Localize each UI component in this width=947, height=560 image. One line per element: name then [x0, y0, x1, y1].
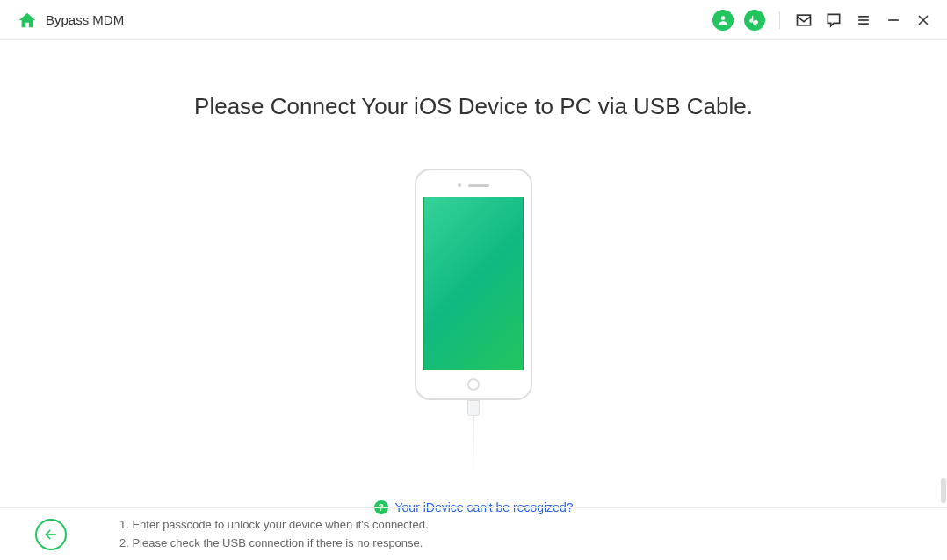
- phone-speaker: [458, 183, 489, 187]
- phone-illustration: [415, 169, 532, 472]
- close-icon[interactable]: [914, 11, 933, 30]
- main-content: Please Connect Your iOS Device to PC via…: [0, 40, 947, 514]
- music-search-icon[interactable]: [744, 10, 765, 31]
- header-left: Bypass MDM: [18, 11, 124, 30]
- svg-rect-1: [798, 15, 811, 25]
- instruction-heading: Please Connect Your iOS Device to PC via…: [0, 93, 947, 120]
- instruction-line-1: 1. Enter passcode to unlock your device …: [119, 516, 429, 535]
- back-button[interactable]: [35, 519, 67, 550]
- scrollbar-thumb[interactable]: [941, 478, 946, 503]
- header-right: [712, 10, 933, 31]
- home-icon[interactable]: [18, 11, 37, 30]
- phone-screen: [423, 197, 524, 370]
- phone-home-button: [467, 378, 480, 391]
- mail-icon[interactable]: [794, 11, 813, 30]
- menu-icon[interactable]: [854, 11, 873, 30]
- phone-body: [415, 169, 532, 400]
- footer-bar: 1. Enter passcode to unlock your device …: [0, 507, 947, 560]
- svg-point-0: [721, 16, 726, 20]
- minimize-icon[interactable]: [884, 11, 903, 30]
- footer-instructions: 1. Enter passcode to unlock your device …: [119, 516, 429, 553]
- account-icon[interactable]: [712, 10, 734, 31]
- instruction-line-2: 2. Please check the USB connection if th…: [119, 535, 429, 553]
- feedback-icon[interactable]: [824, 11, 843, 30]
- header-bar: Bypass MDM: [0, 0, 947, 40]
- cable-line: [473, 416, 474, 472]
- vertical-divider: [779, 11, 780, 29]
- cable-connector-icon: [467, 400, 480, 416]
- page-title: Bypass MDM: [46, 12, 124, 27]
